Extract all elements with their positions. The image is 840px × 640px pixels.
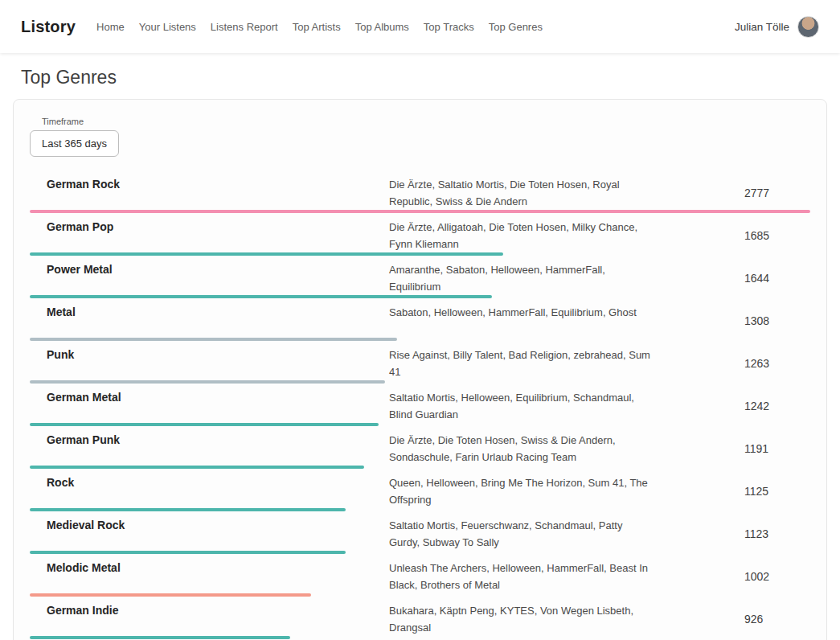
nav-link-top-tracks[interactable]: Top Tracks	[424, 21, 474, 33]
genre-count: 1685	[744, 229, 810, 242]
genre-artists: Saltatio Mortis, Feuerschwanz, Schandmau…	[389, 517, 650, 551]
genre-artists: Sabaton, Helloween, HammerFall, Equilibr…	[389, 304, 650, 338]
genre-row: German Pop Die Ärzte, Alligatoah, Die To…	[30, 213, 810, 256]
genre-artists: Rise Against, Billy Talent, Bad Religion…	[389, 347, 650, 380]
genre-row: Melodic Metal Unleash The Archers, Hello…	[30, 554, 810, 597]
genre-artists: Amaranthe, Sabaton, Helloween, HammerFal…	[389, 261, 650, 295]
page-title: Top Genres	[21, 67, 840, 88]
nav-link-top-artists[interactable]: Top Artists	[293, 21, 341, 33]
genre-name: Punk	[30, 347, 389, 380]
main-nav: Home Your Listens Listens Report Top Art…	[96, 19, 543, 34]
genre-name: Melodic Metal	[30, 560, 389, 593]
genre-count: 1125	[744, 485, 810, 498]
genre-row: Medieval Rock Saltatio Mortis, Feuerschw…	[30, 511, 810, 554]
genre-artists: Die Ärzte, Saltatio Mortis, Die Toten Ho…	[389, 176, 650, 210]
genre-count: 1123	[744, 527, 810, 540]
genre-name: German Metal	[30, 389, 389, 423]
user-menu: Julian Tölle	[735, 16, 819, 38]
user-name[interactable]: Julian Tölle	[735, 21, 789, 33]
genre-bar	[30, 636, 290, 639]
genre-row: German Rock Die Ärzte, Saltatio Mortis, …	[30, 170, 810, 213]
genre-artists: Bukahara, Käptn Peng, KYTES, Von Wegen L…	[389, 602, 650, 636]
genre-artists: Die Ärzte, Die Toten Hosen, Swiss & Die …	[389, 432, 650, 466]
genre-count: 2777	[744, 187, 810, 199]
genre-count: 926	[744, 613, 810, 626]
top-genres-card: Timeframe Last 365 days German Rock Die …	[13, 99, 827, 640]
timeframe-label: Timeframe	[42, 117, 810, 126]
genre-list: German Rock Die Ärzte, Saltatio Mortis, …	[30, 170, 810, 639]
genre-row: German Indie Bukahara, Käptn Peng, KYTES…	[30, 597, 810, 639]
genre-row: Power Metal Amaranthe, Sabaton, Hellowee…	[30, 256, 810, 298]
genre-name: German Indie	[30, 602, 389, 636]
genre-name: Power Metal	[30, 261, 389, 295]
nav-link-home[interactable]: Home	[96, 21, 125, 33]
genre-artists: Die Ärzte, Alligatoah, Die Toten Hosen, …	[389, 219, 650, 252]
genre-name: Medieval Rock	[30, 517, 389, 551]
genre-artists: Saltatio Mortis, Helloween, Equilibrium,…	[389, 389, 650, 423]
genre-count: 1191	[744, 442, 810, 455]
genre-artists: Unleash The Archers, Helloween, HammerFa…	[389, 560, 650, 593]
nav-link-listens-report[interactable]: Listens Report	[211, 21, 278, 33]
genre-name: German Punk	[30, 432, 389, 466]
user-avatar[interactable]	[797, 16, 819, 38]
timeframe-select[interactable]: Last 365 days	[30, 130, 119, 157]
genre-count: 1644	[744, 272, 810, 285]
genre-artists: Queen, Helloween, Bring Me The Horizon, …	[389, 474, 650, 508]
genre-row: Rock Queen, Helloween, Bring Me The Hori…	[30, 469, 810, 511]
genre-row: Metal Sabaton, Helloween, HammerFall, Eq…	[30, 298, 810, 341]
genre-row: German Punk Die Ärzte, Die Toten Hosen, …	[30, 426, 810, 469]
genre-name: Metal	[30, 304, 389, 338]
top-navbar: Listory Home Your Listens Listens Report…	[0, 0, 840, 53]
genre-name: German Pop	[30, 219, 389, 252]
genre-count: 1002	[744, 570, 810, 583]
nav-link-your-listens[interactable]: Your Listens	[139, 21, 196, 33]
nav-link-top-albums[interactable]: Top Albums	[355, 21, 409, 33]
genre-count: 1242	[744, 400, 810, 412]
brand-logo[interactable]: Listory	[21, 18, 76, 36]
genre-row: Punk Rise Against, Billy Talent, Bad Rel…	[30, 341, 810, 384]
nav-link-top-genres[interactable]: Top Genres	[489, 21, 543, 33]
genre-row: German Metal Saltatio Mortis, Helloween,…	[30, 384, 810, 426]
genre-count: 1308	[744, 314, 810, 327]
genre-name: Rock	[30, 474, 389, 508]
genre-name: German Rock	[30, 176, 389, 210]
genre-count: 1263	[744, 357, 810, 370]
